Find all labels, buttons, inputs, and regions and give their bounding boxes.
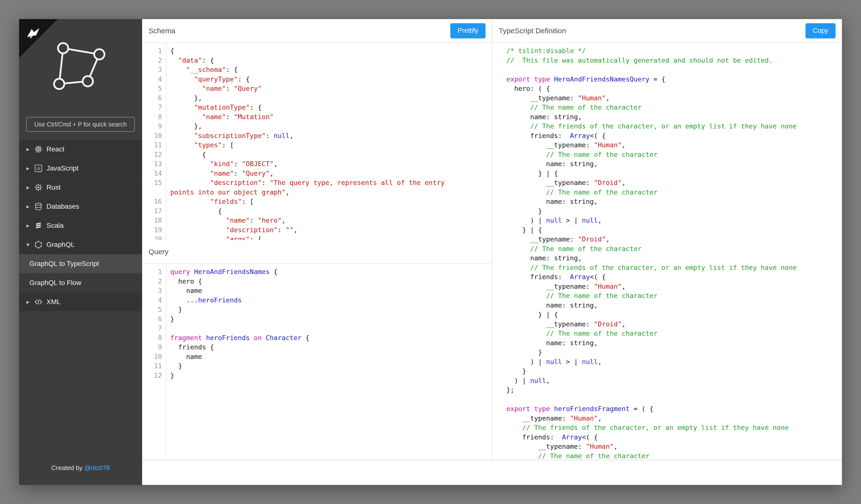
code-line: } | { bbox=[506, 310, 842, 319]
typescript-output[interactable]: /* tslint:disable */// This file was aut… bbox=[492, 43, 842, 460]
code-line: name: string, bbox=[506, 197, 842, 206]
line-number: 17 bbox=[142, 206, 166, 216]
code-line: 7 "mutationType": { bbox=[142, 103, 492, 112]
code-line: __typename: "Human", bbox=[506, 140, 842, 150]
query-code[interactable]: 1query HeroAndFriendsNames {2 hero {3 na… bbox=[142, 264, 492, 380]
code-line: __typename: "Human", bbox=[506, 94, 842, 103]
code-line: 1{ bbox=[142, 46, 492, 56]
line-number: 13 bbox=[142, 159, 166, 169]
xml-icon bbox=[34, 298, 43, 306]
bottom-strip bbox=[142, 460, 842, 485]
schema-code[interactable]: 1{2 "data": {3 "__schema": {4 "queryType… bbox=[142, 43, 492, 240]
code-line: export type HeroAndFriendsNamesQuery = { bbox=[506, 74, 842, 84]
line-number: 3 bbox=[142, 286, 166, 296]
credit-link[interactable]: @ritz078 bbox=[84, 464, 110, 472]
code-line: 18 "name": "hero", bbox=[142, 216, 492, 225]
quick-search-button[interactable]: Use Ctrl/Cmd + P for quick search bbox=[26, 117, 135, 132]
sidebar-item-graphql[interactable]: ▾GraphQL bbox=[19, 235, 142, 255]
sidebar-item-label: React bbox=[46, 145, 64, 153]
sidebar-item-label: GraphQL to Flow bbox=[29, 279, 81, 287]
code-line: name: string, bbox=[506, 254, 842, 263]
code-line: __typename: "Droid", bbox=[506, 319, 842, 329]
sidebar-item-javascript[interactable]: ▸JSJavaScript bbox=[19, 159, 142, 178]
code-line: 2 "data": { bbox=[142, 56, 492, 65]
sidebar-item-react[interactable]: ▸React bbox=[19, 140, 142, 159]
query-editor[interactable]: 1query HeroAndFriendsNames {2 hero {3 na… bbox=[142, 264, 492, 460]
input-column: Schema Prettify 1{2 "data": {3 "__schema… bbox=[142, 19, 492, 460]
line-number: 14 bbox=[142, 169, 166, 178]
sidebar-item-xml[interactable]: ▸XML bbox=[19, 292, 142, 312]
code-line: // The name of the character bbox=[506, 451, 842, 460]
sidebar-item-label: Rust bbox=[46, 183, 61, 191]
code-line: } | { bbox=[506, 169, 842, 178]
code-line: 3 "__schema": { bbox=[142, 65, 492, 74]
line-number: 9 bbox=[142, 122, 166, 131]
code-line: // The friends of the character, or an e… bbox=[506, 263, 842, 273]
output-column: TypeScript Definition Copy /* tslint:dis… bbox=[492, 19, 842, 460]
code-line: // The name of the character bbox=[506, 188, 842, 197]
copy-button[interactable]: Copy bbox=[805, 23, 836, 38]
line-number: 4 bbox=[142, 74, 166, 84]
line-number: 1 bbox=[142, 267, 166, 277]
graphql-icon bbox=[34, 241, 43, 249]
app-window: Use Ctrl/Cmd + P for quick search ▸React… bbox=[19, 19, 842, 485]
code-line: name: string, bbox=[506, 112, 842, 122]
code-line: 16 "fields": [ bbox=[142, 197, 492, 206]
output-panel-header: TypeScript Definition Copy bbox=[492, 19, 842, 43]
output-panel-title: TypeScript Definition bbox=[499, 27, 566, 35]
code-line: 17 { bbox=[142, 206, 492, 216]
code-line: // The name of the character bbox=[506, 291, 842, 301]
line-number: 2 bbox=[142, 277, 166, 286]
credit: Created by @ritz078 bbox=[19, 464, 142, 472]
line-number: 19 bbox=[142, 225, 166, 235]
line-number: 6 bbox=[142, 314, 166, 324]
code-line: 12} bbox=[142, 371, 492, 380]
code-line: } bbox=[506, 367, 842, 376]
code-line: __typename: "Human", bbox=[506, 442, 842, 451]
code-line: name: string, bbox=[506, 338, 842, 348]
code-line: __typename: "Droid", bbox=[506, 235, 842, 244]
code-line: 9 friends { bbox=[142, 342, 492, 352]
code-line: 14 "name": "Query", bbox=[142, 169, 492, 178]
code-line: // The name of the character bbox=[506, 244, 842, 254]
code-line: 9 }, bbox=[142, 122, 492, 131]
sidebar-item-rust[interactable]: ▸Rust bbox=[19, 178, 142, 197]
line-number: 4 bbox=[142, 296, 166, 305]
schema-panel-title: Schema bbox=[149, 27, 175, 35]
line-number: 8 bbox=[142, 333, 166, 343]
react-icon bbox=[34, 145, 43, 153]
code-line: name: string, bbox=[506, 301, 842, 310]
line-number: 12 bbox=[142, 371, 166, 380]
prettify-button[interactable]: Prettify bbox=[450, 23, 486, 38]
sidebar-item-scala[interactable]: ▸Scala bbox=[19, 216, 142, 235]
sidebar-item-graphql-to-typescript[interactable]: GraphQL to TypeScript bbox=[19, 255, 142, 274]
code-line: 5 } bbox=[142, 305, 492, 314]
line-number: 12 bbox=[142, 150, 166, 160]
chevron-down-icon: ▾ bbox=[26, 241, 34, 248]
chevron-right-icon: ▸ bbox=[26, 299, 34, 305]
query-panel-title: Query bbox=[149, 248, 168, 256]
code-line: 20 "args": [ bbox=[142, 235, 492, 240]
main-content: Schema Prettify 1{2 "data": {3 "__schema… bbox=[142, 19, 842, 485]
sidebar-item-graphql-to-flow[interactable]: GraphQL to Flow bbox=[19, 274, 142, 292]
sidebar-item-label: Databases bbox=[46, 203, 79, 210]
line-number: 20 bbox=[142, 235, 166, 240]
code-line: 10 "subscriptionType": null, bbox=[142, 131, 492, 141]
schema-editor[interactable]: 1{2 "data": {3 "__schema": {4 "queryType… bbox=[142, 43, 492, 240]
database-icon bbox=[34, 202, 43, 210]
code-line: // The name of the character bbox=[506, 150, 842, 160]
code-line: /* tslint:disable */ bbox=[506, 46, 842, 56]
line-number: 16 bbox=[142, 197, 166, 206]
code-line: name: string, bbox=[506, 159, 842, 169]
schema-panel-header: Schema Prettify bbox=[142, 19, 492, 43]
query-panel-header: Query bbox=[142, 240, 492, 264]
code-line: 8 "name": "Mutation" bbox=[142, 112, 492, 122]
code-line: }; bbox=[506, 385, 842, 395]
line-number: 5 bbox=[142, 305, 166, 314]
javascript-icon: JS bbox=[34, 164, 43, 173]
line-number: 5 bbox=[142, 84, 166, 94]
code-line: } | { bbox=[506, 225, 842, 235]
rust-icon bbox=[34, 183, 43, 192]
code-line: __typename: "Human", bbox=[506, 414, 842, 423]
sidebar-item-databases[interactable]: ▸Databases bbox=[19, 197, 142, 216]
